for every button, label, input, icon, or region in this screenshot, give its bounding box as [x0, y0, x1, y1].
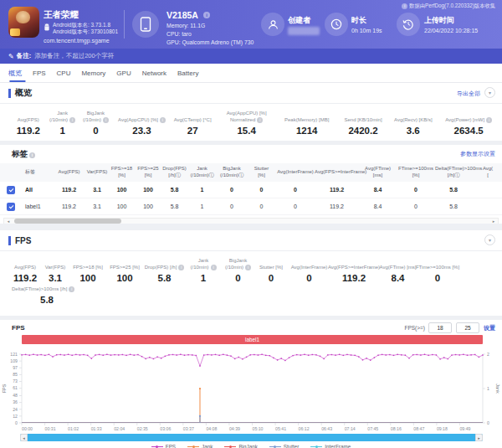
tab-Memory[interactable]: Memory: [76, 64, 111, 82]
legend-label: InterFrame: [325, 444, 351, 448]
chart-scroll-right[interactable]: ▸: [475, 434, 483, 441]
row-checkbox[interactable]: [7, 203, 15, 211]
legend-item-FPS[interactable]: FPS: [151, 444, 176, 448]
stat-value: 0: [93, 126, 98, 136]
svg-text:1: 1: [487, 386, 489, 391]
device-cpu: CPU: taro: [166, 31, 192, 37]
chart-scroll-left[interactable]: ◂: [20, 434, 28, 441]
svg-text:Jank: Jank: [495, 384, 500, 394]
svg-text:02:04: 02:04: [114, 426, 125, 431]
edit-icon: ✎: [8, 53, 14, 60]
svg-text:FPS: FPS: [2, 384, 7, 393]
scrollbar-thumb[interactable]: [14, 219, 121, 224]
svg-text:61: 61: [13, 385, 18, 390]
value-cell: 5.8: [435, 187, 472, 193]
fps-stat-2: FPS>=18 [%]100: [70, 251, 105, 283]
export-all-link[interactable]: 导出全部: [457, 90, 480, 98]
value-cell: 1: [187, 187, 217, 193]
overview-stat-2: BigJank(/10min)i0: [79, 104, 114, 136]
upload-time-label: 上传时间: [424, 15, 454, 26]
legend-item-BigJank[interactable]: BigJank: [224, 444, 257, 448]
svg-text:03:37: 03:37: [183, 426, 194, 431]
info-icon[interactable]: i: [69, 117, 75, 123]
overview-stat-3: Avg(AppCPU) [%]i23.3: [113, 104, 170, 136]
info-icon[interactable]: i: [257, 117, 263, 123]
fps-stats: Avg(FPS)119.2Var(FPS)3.1FPS>=18 [%]100FP…: [0, 251, 502, 283]
stat-label: BigJank(/10min)i: [83, 109, 109, 123]
value-cell: 0: [217, 203, 247, 209]
chart-scrollbar[interactable]: ◂ ▸: [20, 434, 483, 441]
scroll-left-arrow[interactable]: ◂: [4, 219, 13, 224]
header-divider: [124, 10, 125, 39]
column-header: Avg(FPS>=InterFrame): [315, 169, 359, 176]
svg-text:73: 73: [13, 378, 18, 384]
apply-settings-button[interactable]: 设置: [484, 324, 495, 332]
overview-stat-0: Avg(FPS)119.2: [10, 104, 47, 136]
tab-FPS[interactable]: FPS: [28, 64, 52, 82]
fps-chart-card: FPS FPS(>=) 设置 label1 012243648617385971…: [0, 320, 502, 448]
perfdog-report-page: 王者荣耀 Android版本名: 3.73.1.8 Android版本号: 37…: [0, 0, 502, 448]
stat-value: 3.1: [49, 273, 62, 283]
svg-text:00:00: 00:00: [22, 426, 33, 431]
legend-item-Stutter[interactable]: Stutter: [269, 444, 300, 448]
fps-section: FPS ▾ Avg(FPS)119.2Var(FPS)3.1FPS>=18 [%…: [0, 230, 502, 316]
stat-value: 8.4: [392, 273, 405, 283]
table-horizontal-scrollbar[interactable]: ◂ ▸: [3, 218, 499, 224]
duration-label: 时长: [351, 15, 366, 26]
collapse-overview-button[interactable]: ▾: [484, 87, 495, 98]
tab-Battery[interactable]: Battery: [172, 64, 204, 82]
overview-stat-5: Avg(AppCPU) [%]Normalizedi15.4: [215, 104, 279, 136]
svg-text:05:41: 05:41: [275, 426, 286, 431]
info-icon[interactable]: i: [69, 286, 74, 292]
fps-stat-0: Avg(FPS)119.2: [10, 251, 40, 283]
legend-marker: [310, 445, 322, 448]
fps-threshold-input-2[interactable]: [456, 322, 479, 333]
stat-label: Avg(FPS): [14, 256, 36, 270]
legend-label: Stutter: [284, 444, 300, 448]
collapse-fps-button[interactable]: ▾: [484, 234, 495, 245]
fps-threshold-input-1[interactable]: [428, 322, 452, 333]
value-cell: 5.8: [435, 203, 472, 209]
stat-value: 0: [235, 273, 240, 283]
tab-CPU[interactable]: CPU: [51, 64, 76, 82]
stat-value: 1: [59, 126, 64, 136]
device-info-icon[interactable]: i: [203, 12, 210, 18]
svg-text:97: 97: [13, 365, 18, 370]
info-icon[interactable]: i: [29, 152, 35, 158]
info-icon[interactable]: i: [211, 265, 217, 270]
info-icon[interactable]: i: [486, 117, 492, 123]
legend-label: BigJank: [238, 444, 257, 448]
upload-time-icon: [397, 13, 420, 36]
legend-item-InterFrame[interactable]: InterFrame: [310, 444, 351, 448]
remark-bar[interactable]: ✎ 备注: 添加备注，不超过200个字符: [0, 49, 502, 64]
info-icon[interactable]: i: [245, 265, 251, 270]
tab-Network[interactable]: Network: [136, 64, 172, 82]
legend-marker: [224, 445, 236, 448]
overview-stat-6: Peak(Memory) [MB]1214: [279, 104, 336, 136]
device-gpu: GPU: Qualcomm Adreno (TM) 730: [166, 39, 254, 45]
tab-GPU[interactable]: GPU: [111, 64, 136, 82]
info-icon[interactable]: i: [103, 117, 109, 123]
info-icon[interactable]: i: [160, 117, 166, 123]
report-header: 王者荣耀 Android版本名: 3.73.1.8 Android版本号: 37…: [0, 0, 502, 49]
info-icon[interactable]: i: [178, 265, 184, 270]
stat-label: Drop(FPS) [/h]i: [145, 256, 185, 270]
overview-title: 概览: [15, 87, 32, 99]
svg-text:07:45: 07:45: [367, 426, 378, 431]
checkbox-cell: [0, 186, 22, 194]
stat-value: 0: [269, 273, 274, 283]
svg-text:08:16: 08:16: [391, 426, 402, 431]
scroll-right-arrow[interactable]: ▸: [489, 219, 498, 224]
svg-text:07:14: 07:14: [345, 426, 356, 431]
fps-stat-3: FPS>=25 [%]100: [105, 251, 144, 283]
game-package: com.tencent.tmgp.sgame: [44, 38, 110, 44]
tab-概览[interactable]: 概览: [8, 64, 28, 82]
param-display-settings-link[interactable]: 参数显示设置: [460, 150, 495, 158]
svg-text:09:49: 09:49: [459, 426, 470, 431]
value-cell: 119.2: [53, 187, 85, 193]
fps-stat-11: FTime>=100ms [%]0: [418, 251, 457, 283]
column-header: Var(FPS): [85, 169, 109, 176]
svg-text:09:18: 09:18: [437, 426, 448, 431]
row-checkbox[interactable]: [7, 186, 15, 194]
legend-item-Jank[interactable]: Jank: [187, 444, 213, 448]
